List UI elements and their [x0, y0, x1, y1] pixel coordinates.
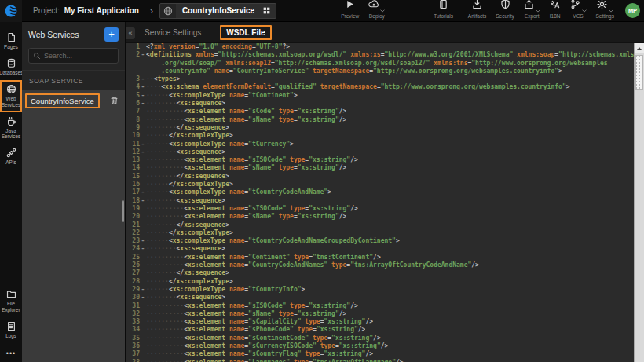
code-text[interactable]: ··<types> — [146, 75, 180, 83]
user-avatar[interactable]: MP — [625, 3, 640, 18]
code-text[interactable]: ··········<xs:element name="sPhoneCode" … — [146, 326, 365, 334]
fold-toggle-icon[interactable]: - — [140, 197, 146, 205]
panel-scrollbar[interactable] — [122, 200, 124, 222]
collapse-panel-button[interactable]: « — [126, 27, 135, 39]
code-text[interactable]: ······<xs:complexType name="tCountryCode… — [146, 237, 400, 245]
code-text[interactable]: ··········<xs:element name="sCurrencyISO… — [146, 342, 388, 350]
code-text[interactable]: ········<xs:sequence> — [146, 294, 225, 302]
code-text[interactable]: ··········<xs:element name="sName" type=… — [146, 164, 346, 172]
code-line: 36··········<xs:element name="sCurrencyI… — [126, 342, 634, 350]
line-number: 8 — [128, 116, 140, 124]
fold-toggle-icon[interactable]: - — [140, 100, 146, 108]
sidebar-item-logs[interactable]: Logs — [0, 317, 22, 343]
code-text[interactable]: ······<xs:complexType name="tCountryCode… — [146, 188, 331, 196]
preview-button[interactable]: Preview — [336, 0, 364, 22]
tab-wsdl-file[interactable]: WSDL File — [220, 25, 271, 40]
fold-toggle-icon[interactable]: - — [140, 237, 146, 245]
sidebar-item-pages[interactable]: Pages — [0, 28, 22, 54]
scrollbar-thumb[interactable] — [635, 55, 643, 90]
code-line: 38··········<xs:element name="Languages"… — [126, 359, 634, 362]
code-text[interactable]: ··········<xs:element name="Continent" t… — [146, 254, 381, 261]
line-number: 16 — [128, 181, 140, 188]
code-text[interactable]: ······<xs:complexType name="tCurrency"> — [146, 141, 294, 148]
export-button[interactable]: Export — [519, 0, 545, 22]
code-text[interactable]: .countryinfo" name="CountryInfoService" … — [146, 68, 562, 75]
scroll-up-button[interactable] — [635, 43, 644, 53]
code-text[interactable]: ··········<xs:element name="sISOCode" ty… — [146, 302, 358, 310]
code-text[interactable]: ········<xs:sequence> — [146, 245, 225, 253]
code-text[interactable]: ········<xs:sequence> — [146, 100, 225, 108]
code-text[interactable]: ··········<xs:element name="sName" type=… — [146, 116, 346, 124]
fold-toggle-icon[interactable]: - — [140, 286, 146, 294]
fold-toggle-icon[interactable]: - — [140, 245, 146, 253]
sidebar-item-apis[interactable]: APIs — [0, 144, 22, 170]
code-text[interactable]: ······</xs:complexType> — [146, 181, 233, 188]
code-text[interactable]: ········<xs:sequence> — [146, 148, 225, 156]
fold-toggle-icon[interactable]: - — [140, 294, 146, 302]
action-label: Artifacts — [468, 13, 486, 19]
project-name[interactable]: My First Application — [64, 6, 139, 15]
trash-icon[interactable] — [110, 96, 119, 105]
code-text[interactable]: <?xml version="1.0" encoding="UTF-8"?> — [146, 43, 290, 51]
code-text[interactable]: ········</xs:sequence> — [146, 173, 229, 181]
code-text[interactable]: ······</xs:complexType> — [146, 278, 233, 286]
code-text[interactable]: ··········<xs:element name="sName" type=… — [146, 213, 346, 221]
service-search[interactable] — [28, 48, 119, 64]
fold-toggle-icon[interactable]: - — [140, 188, 146, 196]
service-name: CountryInfoService — [25, 93, 100, 108]
fold-toggle-icon[interactable]: - — [140, 141, 146, 148]
code-text[interactable]: ······</xs:complexType> — [146, 132, 233, 140]
code-text[interactable]: ··········<xs:element name="sName" type=… — [146, 310, 346, 318]
add-service-button[interactable]: + — [104, 27, 119, 42]
code-text[interactable]: ··········<xs:element name="sISOCode" ty… — [146, 205, 358, 213]
i18n-button[interactable]: I18N — [545, 0, 565, 22]
code-text[interactable]: <definitions xmlns="http://schemas.xmlso… — [146, 51, 634, 59]
scroll-up-icon — [637, 47, 642, 50]
panel-title: Web Services — [28, 30, 79, 39]
branch-icon — [570, 0, 580, 13]
deploy-button[interactable]: Deploy — [364, 0, 390, 22]
code-text[interactable]: ··········<xs:element name="Languages" t… — [146, 359, 404, 362]
code-text[interactable]: ······<xs:complexType name="tCountryInfo… — [146, 286, 305, 294]
service-tab[interactable]: CountryInfoService — [159, 3, 276, 19]
artifacts-button[interactable]: Artifacts — [463, 0, 491, 22]
code-text[interactable]: ··········<xs:element name="sCountryFlag… — [146, 350, 373, 358]
tab-service-settings[interactable]: Service Settings — [145, 28, 201, 37]
fold-toggle-icon[interactable]: - — [140, 75, 146, 83]
code-text[interactable]: ······</xs:complexType> — [146, 229, 233, 237]
tutorials-button[interactable]: Tutorials — [429, 0, 458, 22]
fold-toggle-icon[interactable]: - — [140, 92, 146, 100]
fold-toggle-icon[interactable]: - — [140, 148, 146, 156]
app-logo[interactable] — [0, 0, 22, 22]
search-input[interactable] — [44, 52, 115, 60]
code-text[interactable]: ··········<xs:element name="sISOCode" ty… — [146, 156, 358, 164]
sidebar-item-web-services[interactable]: Web Services — [0, 80, 22, 112]
code-text[interactable]: ········</xs:sequence> — [146, 269, 229, 277]
security-button[interactable]: Security — [491, 0, 518, 22]
code-text[interactable]: .org/wsdl/soap/" xmlns:soap12="http://sc… — [146, 60, 608, 68]
wsdl-code-editor[interactable]: 1<?xml version="1.0" encoding="UTF-8"?>2… — [126, 43, 634, 362]
fold-toggle-icon — [140, 350, 146, 358]
settings-button[interactable]: Settings — [591, 0, 620, 22]
sidebar-more-button[interactable]: ••• — [6, 343, 16, 362]
code-text[interactable]: ··········<xs:element name="sCode" type=… — [146, 108, 346, 115]
sidebar-item-databases[interactable]: Databases — [0, 54, 22, 80]
sidebar-item-file-explorer[interactable]: File Explorer — [0, 285, 22, 316]
editor-scrollbar[interactable] — [634, 43, 644, 362]
top-bar: Project: My First Application › CountryI… — [0, 0, 644, 22]
code-text[interactable]: ······<xs:complexType name="tContinent"> — [146, 92, 298, 100]
sidebar-item-java-services[interactable]: Java Services — [0, 112, 22, 144]
code-line: 6-········<xs:sequence> — [126, 100, 634, 108]
fold-toggle-icon[interactable]: - — [140, 51, 146, 59]
fold-toggle-icon[interactable]: - — [140, 83, 146, 91]
code-text[interactable]: ········<xs:sequence> — [146, 197, 225, 205]
code-text[interactable]: ··········<xs:element name="sContinentCo… — [146, 335, 381, 342]
code-text[interactable]: ········</xs:sequence> — [146, 124, 229, 132]
code-text[interactable]: ··········<xs:element name="CountryCodeA… — [146, 261, 479, 269]
vcs-button[interactable]: VCS — [565, 0, 591, 22]
grid-icon[interactable] — [261, 6, 276, 15]
code-text[interactable]: ········</xs:sequence> — [146, 221, 229, 229]
code-text[interactable]: ··········<xs:element name="sCapitalCity… — [146, 318, 373, 326]
service-list-item[interactable]: CountryInfoService — [22, 90, 125, 111]
code-text[interactable]: ····<xs:schema elementFormDefault="quali… — [146, 83, 570, 91]
